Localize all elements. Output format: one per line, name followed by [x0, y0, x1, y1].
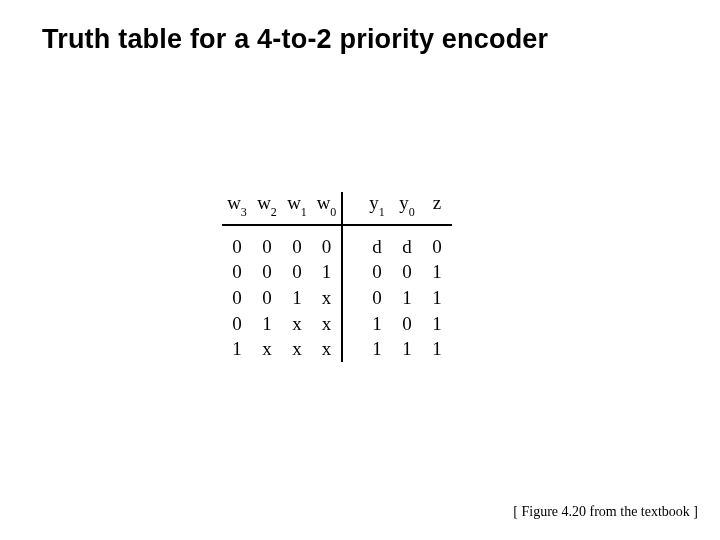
column-divider [342, 192, 362, 225]
table-row: 0 0 1 x 0 1 1 [222, 285, 452, 311]
column-divider [342, 225, 362, 260]
table-row: 0 0 0 1 0 0 1 [222, 259, 452, 285]
cell: 0 [362, 259, 392, 285]
col-header-z: z [422, 192, 452, 225]
cell: x [312, 336, 342, 362]
column-divider [342, 285, 362, 311]
col-header-w2: w2 [252, 192, 282, 225]
cell: 1 [392, 285, 422, 311]
cell: x [312, 285, 342, 311]
cell: 1 [422, 285, 452, 311]
cell: 0 [392, 311, 422, 337]
cell: 0 [222, 311, 252, 337]
col-header-w0: w0 [312, 192, 342, 225]
cell: 0 [422, 225, 452, 260]
col-header-w1: w1 [282, 192, 312, 225]
cell: 1 [222, 336, 252, 362]
column-divider [342, 259, 362, 285]
col-header-y0: y0 [392, 192, 422, 225]
cell: 1 [312, 259, 342, 285]
cell: 1 [362, 336, 392, 362]
table-row: 1 x x x 1 1 1 [222, 336, 452, 362]
cell: x [252, 336, 282, 362]
cell: x [312, 311, 342, 337]
cell: 1 [422, 259, 452, 285]
page-title: Truth table for a 4-to-2 priority encode… [0, 0, 720, 55]
cell: x [282, 311, 312, 337]
cell: 1 [362, 311, 392, 337]
col-header-y1: y1 [362, 192, 392, 225]
cell: 0 [282, 259, 312, 285]
cell: 0 [252, 259, 282, 285]
column-divider [342, 336, 362, 362]
column-divider [342, 311, 362, 337]
cell: d [392, 225, 422, 260]
cell: 1 [252, 311, 282, 337]
table-row: 0 0 0 0 d d 0 [222, 225, 452, 260]
cell: 0 [392, 259, 422, 285]
cell: 0 [252, 285, 282, 311]
cell: 0 [362, 285, 392, 311]
cell: 0 [282, 225, 312, 260]
cell: 1 [422, 311, 452, 337]
cell: 1 [282, 285, 312, 311]
cell: 0 [312, 225, 342, 260]
table-header-row: w3 w2 w1 w0 y1 y0 z [222, 192, 452, 225]
cell: 0 [252, 225, 282, 260]
figure-citation: [ Figure 4.20 from the textbook ] [513, 504, 698, 520]
cell: 1 [392, 336, 422, 362]
cell: d [362, 225, 392, 260]
cell: 0 [222, 285, 252, 311]
table-row: 0 1 x x 1 0 1 [222, 311, 452, 337]
cell: 1 [422, 336, 452, 362]
table-body: 0 0 0 0 d d 0 0 0 0 1 0 0 1 0 0 [222, 225, 452, 362]
cell: 0 [222, 225, 252, 260]
truth-table: w3 w2 w1 w0 y1 y0 z [222, 192, 452, 362]
cell: 0 [222, 259, 252, 285]
col-header-w3: w3 [222, 192, 252, 225]
cell: x [282, 336, 312, 362]
